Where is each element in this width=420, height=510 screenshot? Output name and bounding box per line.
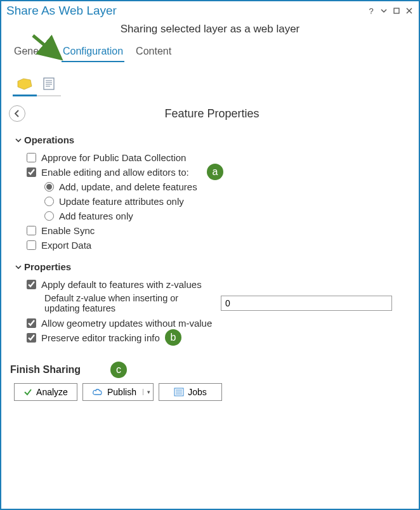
callout-badge-b: b [165,329,181,346]
help-icon[interactable]: ? [367,6,376,15]
label-allow-geom-m: Allow geometry updates without m-value [41,318,212,329]
label-enable-editing: Enable editing and allow editors to: [41,167,189,178]
layer-description-tab[interactable] [37,72,61,96]
back-button[interactable] [9,105,25,122]
label-preserve-tracking: Preserve editor tracking info [41,332,160,343]
checkbox-enable-sync[interactable] [27,226,36,235]
properties-label: Properties [24,261,71,272]
checkbox-enable-editing[interactable] [27,167,36,177]
input-default-z[interactable] [221,296,392,311]
checkbox-apply-z[interactable] [27,280,36,289]
layer-config-tab[interactable] [13,72,37,96]
publish-label: Publish [107,387,136,397]
check-icon [23,388,32,396]
list-icon [174,388,184,396]
options-icon[interactable] [379,6,388,15]
svg-rect-4 [44,78,54,89]
jobs-label: Jobs [188,387,207,397]
publish-dropdown-icon[interactable]: ▾ [143,389,150,395]
label-apply-z: Apply default to features with z-values [41,279,202,290]
chevron-down-icon [15,137,22,145]
pane-title: Share As Web Layer [6,4,117,18]
main-tabs: General Configuration Content [1,42,419,62]
section-title: Feature Properties [32,107,392,121]
config-icon-tabs [1,62,419,96]
close-icon[interactable] [405,6,414,15]
callout-badge-a: a [207,164,223,180]
svg-rect-0 [394,8,399,13]
section-properties[interactable]: Properties [15,261,407,272]
section-operations[interactable]: Operations [15,134,407,145]
checkbox-preserve-tracking[interactable] [27,333,36,343]
label-update-attrs: Update feature attributes only [59,196,184,207]
document-icon [42,77,56,91]
label-approve-public: Approve for Public Data Collection [41,152,186,163]
callout-badge-c: c [110,362,127,378]
chevron-down-icon [15,264,22,271]
operations-label: Operations [24,134,74,145]
tab-configuration[interactable]: Configuration [62,42,124,62]
tab-general[interactable]: General [13,42,51,62]
jobs-button[interactable]: Jobs [159,383,222,401]
checkbox-allow-geom-m[interactable] [27,318,36,328]
tab-content[interactable]: Content [135,42,173,62]
publish-button[interactable]: Publish ▾ [82,383,154,401]
radio-add-update-delete[interactable] [44,182,54,192]
autohide-icon[interactable] [392,6,401,15]
radio-update-attrs[interactable] [44,197,54,206]
label-add-update-delete: Add, update, and delete features [59,181,197,192]
analyze-button[interactable]: Analyze [14,383,77,401]
label-enable-sync: Enable Sync [41,225,95,236]
section-finish-sharing: Finish Sharing [1,350,419,376]
cloud-icon [92,388,103,396]
analyze-label: Analyze [36,387,68,397]
radio-add-only[interactable] [44,211,54,221]
label-add-only: Add features only [59,211,133,221]
layer-folder-icon [16,77,33,91]
checkbox-export-data[interactable] [27,240,36,250]
checkbox-approve-public[interactable] [27,153,36,162]
label-export-data: Export Data [41,240,91,251]
label-default-z: Default z-value when inserting or updati… [44,293,209,313]
pane-subtitle: Sharing selected layer as a web layer [1,19,419,42]
